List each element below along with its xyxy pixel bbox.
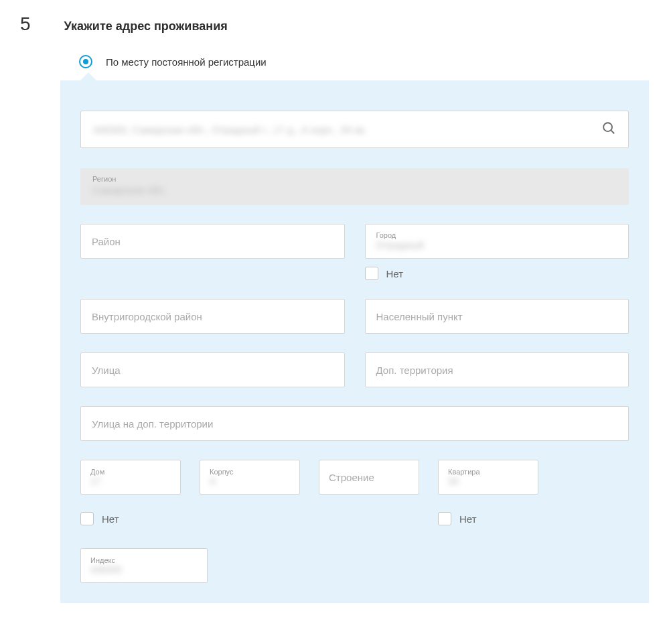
building-field[interactable]: Строение (319, 460, 419, 495)
radio-label: По месту постоянной регистрации (106, 56, 267, 68)
additional-territory-placeholder: Доп. территория (376, 365, 618, 376)
corpus-label: Корпус (210, 468, 290, 476)
step-header: 5 Укажите адрес проживания (20, 13, 649, 35)
house-none-label: Нет (102, 513, 119, 525)
locality-placeholder: Населенный пункт (376, 311, 618, 322)
flat-label: Квартира (448, 468, 528, 476)
flat-value: 34 (448, 476, 528, 487)
house-label: Дом (90, 468, 171, 476)
radio-icon (79, 55, 92, 68)
address-search-field[interactable]: 446300, Самарская обл., Отрадный г., 17 … (80, 111, 629, 148)
district-placeholder: Район (92, 236, 333, 247)
street-additional-territory-field[interactable]: Улица на доп. территории (80, 406, 629, 441)
city-none-checkbox[interactable] (365, 267, 378, 280)
inner-district-placeholder: Внутригородской район (92, 311, 333, 322)
city-none-checkbox-row: Нет (365, 267, 629, 280)
street-additional-territory-placeholder: Улица на доп. территории (92, 418, 617, 430)
additional-territory-field[interactable]: Доп. территория (365, 352, 629, 387)
address-search-value: 446300, Самарская обл., Отрадный г., 17 … (93, 124, 601, 135)
street-field[interactable]: Улица (80, 352, 345, 387)
svg-line-1 (611, 131, 615, 134)
house-value: 17 (90, 476, 171, 487)
postal-index-label: Индекс (90, 556, 198, 564)
house-field[interactable]: Дом 17 (80, 460, 181, 495)
city-field[interactable]: Город Отрадный (365, 224, 629, 259)
corpus-value: А (210, 476, 290, 487)
city-label: Город (376, 231, 618, 239)
step-title: Укажите адрес проживания (64, 19, 228, 34)
city-value: Отрадный (376, 240, 618, 251)
inner-district-field[interactable]: Внутригородской район (80, 299, 345, 334)
postal-index-value: 446300 (90, 564, 198, 575)
corpus-field[interactable]: Корпус А (200, 460, 300, 495)
postal-index-field[interactable]: Индекс 446300 (80, 548, 208, 583)
flat-none-label: Нет (459, 513, 477, 525)
region-value: Самарская обл. (92, 184, 617, 196)
flat-none-checkbox[interactable] (438, 512, 451, 525)
locality-field[interactable]: Населенный пункт (365, 299, 629, 334)
city-none-label: Нет (386, 268, 404, 279)
flat-none-checkbox-row: Нет (438, 512, 538, 525)
radio-option-permanent-registration[interactable]: По месту постоянной регистрации (79, 55, 649, 68)
region-field: Регион Самарская обл. (80, 168, 629, 205)
region-label: Регион (92, 175, 617, 183)
district-field[interactable]: Район (80, 224, 345, 259)
building-placeholder: Строение (329, 472, 409, 483)
house-none-checkbox-row: Нет (80, 512, 181, 525)
street-placeholder: Улица (92, 365, 333, 376)
house-none-checkbox[interactable] (80, 512, 94, 525)
step-number: 5 (20, 13, 31, 35)
address-form-panel: 446300, Самарская обл., Отрадный г., 17 … (60, 80, 649, 603)
flat-field[interactable]: Квартира 34 (438, 460, 538, 495)
search-icon (601, 121, 616, 138)
svg-point-0 (603, 123, 612, 131)
